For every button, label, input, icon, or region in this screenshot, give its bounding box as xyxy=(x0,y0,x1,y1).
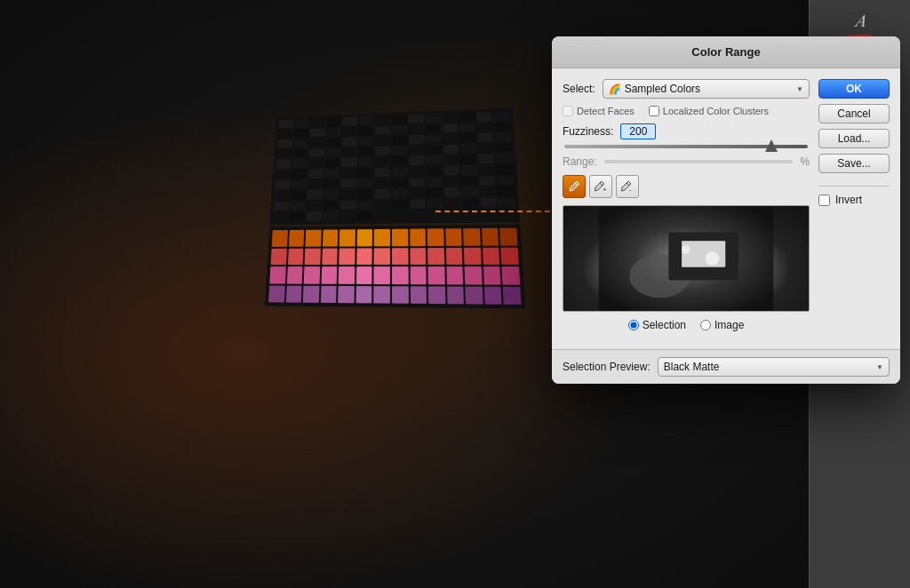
image-radio-item[interactable]: Image xyxy=(700,319,744,331)
svg-point-10 xyxy=(682,245,690,254)
checkboxes-row: Detect Faces Localized Color Clusters xyxy=(563,106,810,116)
load-button[interactable]: Load... xyxy=(818,129,890,148)
select-dropdown-value: Sampled Colors xyxy=(625,83,796,95)
svg-text:+: + xyxy=(603,186,607,193)
localized-color-clusters-label: Localized Color Clusters xyxy=(663,106,769,116)
dialog-titlebar: Color Range xyxy=(552,36,900,68)
chevron-down-icon: ▼ xyxy=(796,85,803,93)
eyedropper-tools-row: + - xyxy=(563,175,810,198)
ok-button[interactable]: OK xyxy=(818,79,890,99)
select-row: Select: 🌈 Sampled Colors ▼ xyxy=(563,79,810,99)
eyedropper-add-button[interactable]: + xyxy=(589,175,612,198)
save-button[interactable]: Save... xyxy=(818,154,890,173)
selection-preview-value: Black Matte xyxy=(664,361,720,373)
selection-preview-dropdown[interactable]: Black Matte ▼ xyxy=(658,357,890,377)
radio-row: Selection Image xyxy=(563,319,810,331)
localized-color-clusters-checkbox[interactable]: Localized Color Clusters xyxy=(649,106,769,116)
checker-color-grid xyxy=(265,224,525,308)
dialog-title: Color Range xyxy=(691,45,760,59)
eyedropper-subtract-button[interactable]: - xyxy=(616,175,639,198)
image-radio-input[interactable] xyxy=(700,320,711,330)
color-checker xyxy=(265,107,525,306)
image-radio-label: Image xyxy=(714,319,744,331)
range-row: Range: % xyxy=(563,155,810,168)
svg-rect-8 xyxy=(682,241,725,267)
select-label: Select: xyxy=(563,83,595,95)
color-range-dialog: Color Range Select: 🌈 Sampled Colors ▼ D… xyxy=(552,36,900,384)
fuzziness-input[interactable] xyxy=(620,123,656,139)
dialog-body: Select: 🌈 Sampled Colors ▼ Detect Faces … xyxy=(552,68,900,349)
invert-row: Invert xyxy=(818,194,890,206)
select-dropdown-icon: 🌈 xyxy=(609,83,621,95)
select-dropdown[interactable]: 🌈 Sampled Colors ▼ xyxy=(603,79,810,99)
fuzziness-slider-track[interactable] xyxy=(564,145,808,148)
preview-image xyxy=(563,205,810,312)
fuzziness-row: Fuzziness: xyxy=(563,123,810,139)
range-slider-track[interactable] xyxy=(604,160,794,163)
detect-faces-label: Detect Faces xyxy=(577,106,635,116)
cancel-button[interactable]: Cancel xyxy=(818,104,890,123)
svg-text:-: - xyxy=(629,186,632,193)
selection-preview-row: Selection Preview: Black Matte ▼ xyxy=(552,349,900,384)
eyedropper-base-button[interactable] xyxy=(563,175,586,198)
selection-preview-chevron-icon: ▼ xyxy=(876,363,883,371)
invert-checkbox[interactable] xyxy=(818,195,830,206)
selection-preview-label: Selection Preview: xyxy=(563,361,651,373)
invert-label: Invert xyxy=(835,194,862,206)
selection-radio-input[interactable] xyxy=(628,320,639,330)
preview-inner xyxy=(563,206,809,311)
range-percent: % xyxy=(800,155,810,168)
range-label: Range: xyxy=(563,155,597,168)
fuzziness-slider-container xyxy=(563,145,810,148)
fuzziness-slider-thumb[interactable] xyxy=(765,139,778,152)
localized-color-clusters-input[interactable] xyxy=(649,106,659,116)
detect-faces-checkbox[interactable]: Detect Faces xyxy=(563,106,635,116)
detect-faces-input[interactable] xyxy=(563,106,573,116)
dialog-right-panel: OK Cancel Load... Save... Invert xyxy=(818,79,890,338)
dialog-left-panel: Select: 🌈 Sampled Colors ▼ Detect Faces … xyxy=(563,79,810,338)
checker-dark-grid xyxy=(269,107,520,225)
fuzziness-label: Fuzziness: xyxy=(563,125,613,138)
sidebar-icon-type: 𝐴 xyxy=(855,11,866,31)
selection-radio-item[interactable]: Selection xyxy=(628,319,686,331)
svg-point-9 xyxy=(706,251,720,266)
selection-radio-label: Selection xyxy=(643,319,686,331)
